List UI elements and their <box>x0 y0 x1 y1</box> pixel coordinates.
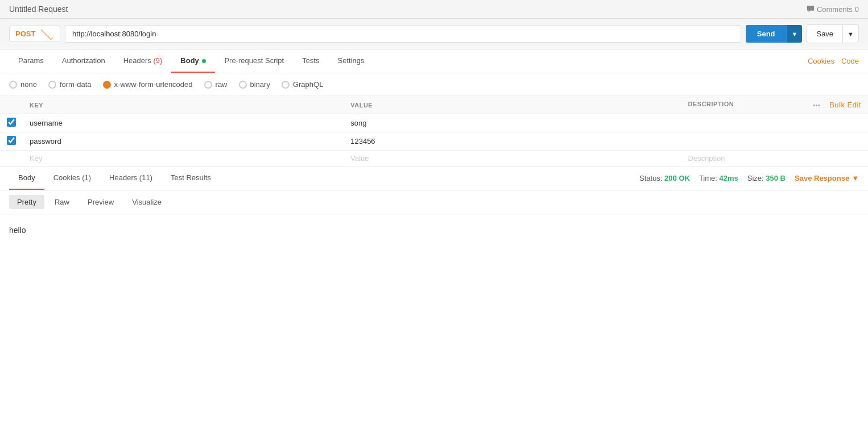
col-checkbox-header <box>0 96 23 114</box>
tab-right-actions: Cookies Code <box>808 57 859 65</box>
status-label: Status: 200 OK <box>639 174 690 182</box>
cookies-link[interactable]: Cookies <box>808 57 834 65</box>
save-response-label: Save Response <box>795 174 849 182</box>
table-row: password 123456 <box>0 132 868 151</box>
tab-authorization[interactable]: Authorization <box>53 49 114 73</box>
option-graphql-label: GraphQL <box>293 80 323 89</box>
comments-icon <box>807 5 815 13</box>
col-desc-header: DESCRIPTION ••• Bulk Edit <box>681 96 868 114</box>
option-binary[interactable]: binary <box>239 80 270 89</box>
radio-raw <box>204 81 212 89</box>
table-row-placeholder: Key Value Description <box>0 151 868 167</box>
option-form-data-label: form-data <box>60 80 92 89</box>
placeholder-description: Description <box>688 154 725 163</box>
save-response-chevron-icon: ▼ <box>852 174 859 182</box>
response-header: Body Cookies (1) Headers (11) Test Resul… <box>0 167 868 190</box>
resp-headers-count-badge: (11) <box>139 173 152 182</box>
view-tab-visualize[interactable]: Visualize <box>124 195 170 209</box>
body-options: none form-data x-www-form-urlencoded raw… <box>0 73 868 96</box>
bulk-edit-button[interactable]: Bulk Edit <box>829 101 861 109</box>
url-input[interactable] <box>65 25 741 43</box>
tab-tests[interactable]: Tests <box>293 49 328 73</box>
resp-tab-test-results[interactable]: Test Results <box>162 167 220 190</box>
save-dropdown-button[interactable]: ▼ <box>843 24 859 43</box>
resp-tab-body[interactable]: Body <box>9 167 44 190</box>
send-button-group: Send ▼ <box>746 25 803 43</box>
col-key-header: KEY <box>23 96 344 114</box>
option-none-label: none <box>20 80 37 89</box>
row1-value-cell[interactable]: song <box>344 114 681 132</box>
placeholder-value-cell[interactable]: Value <box>344 151 681 167</box>
radio-urlencoded <box>103 81 111 89</box>
radio-binary <box>239 81 247 89</box>
option-binary-label: binary <box>250 80 270 89</box>
comments-button[interactable]: Comments 0 <box>807 5 859 14</box>
placeholder-key-cell[interactable]: Key <box>23 151 344 167</box>
code-link[interactable]: Code <box>841 57 859 65</box>
comments-count: 0 <box>855 5 859 14</box>
method-label: POST <box>15 30 35 38</box>
placeholder-key: Key <box>30 154 42 163</box>
option-urlencoded[interactable]: x-www-form-urlencoded <box>103 80 193 89</box>
row2-checkbox[interactable] <box>7 136 16 145</box>
view-tab-preview[interactable]: Preview <box>80 195 122 209</box>
request-tabs: Params Authorization Headers (9) Body Pr… <box>0 49 868 73</box>
time-label: Time: 42ms <box>699 174 738 182</box>
more-options-icon[interactable]: ••• <box>813 102 820 109</box>
option-form-data[interactable]: form-data <box>48 80 92 89</box>
option-none[interactable]: none <box>9 80 37 89</box>
save-button[interactable]: Save <box>807 24 843 43</box>
resp-tab-headers[interactable]: Headers (11) <box>100 167 162 190</box>
option-raw[interactable]: raw <box>204 80 228 89</box>
row2-checkbox-cell <box>0 132 23 151</box>
response-body-content: hello <box>0 214 868 246</box>
send-dropdown-button[interactable]: ▼ <box>787 25 803 43</box>
table-row: username song <box>0 114 868 132</box>
tab-headers[interactable]: Headers (9) <box>114 49 172 73</box>
tab-settings[interactable]: Settings <box>329 49 374 73</box>
placeholder-checkbox-cell <box>0 151 23 167</box>
size-value: 350 B <box>766 174 786 182</box>
size-label: Size: 350 B <box>747 174 786 182</box>
row2-value-cell[interactable]: 123456 <box>344 132 681 151</box>
view-tab-pretty[interactable]: Pretty <box>9 195 44 209</box>
request-title: Untitled Request <box>9 5 68 14</box>
col-value-header: VALUE <box>344 96 681 114</box>
resp-tab-cookies[interactable]: Cookies (1) <box>44 167 100 190</box>
row2-desc-cell[interactable] <box>681 132 868 151</box>
request-bar: POST Send ▼ Save ▼ <box>0 19 868 49</box>
response-tabs: Body Cookies (1) Headers (11) Test Resul… <box>9 167 220 190</box>
cookies-count-badge: (1) <box>82 173 91 182</box>
save-button-group: Save ▼ <box>807 24 859 43</box>
save-response-button[interactable]: Save Response ▼ <box>795 174 859 182</box>
row1-checkbox[interactable] <box>7 118 16 127</box>
row1-checkbox-cell <box>0 114 23 132</box>
headers-badge: (9) <box>153 56 162 65</box>
description-header-label: DESCRIPTION <box>688 101 734 107</box>
radio-graphql <box>282 81 290 89</box>
option-urlencoded-label: x-www-form-urlencoded <box>114 80 193 89</box>
tab-params[interactable]: Params <box>9 49 53 73</box>
response-view-tabs: Pretty Raw Preview Visualize <box>0 190 868 214</box>
view-tab-raw[interactable]: Raw <box>47 195 77 209</box>
response-status-bar: Status: 200 OK Time: 42ms Size: 350 B Sa… <box>639 174 859 182</box>
row1-desc-cell[interactable] <box>681 114 868 132</box>
radio-form-data <box>48 81 56 89</box>
method-dropdown[interactable]: POST <box>9 26 60 42</box>
radio-none <box>9 81 17 89</box>
row1-key-cell[interactable]: username <box>23 114 344 132</box>
params-table: KEY VALUE DESCRIPTION ••• Bulk Edit user… <box>0 96 868 167</box>
row2-key-cell[interactable]: password <box>23 132 344 151</box>
method-chevron-icon <box>41 28 53 40</box>
body-dot <box>202 59 206 63</box>
response-text: hello <box>9 226 26 235</box>
tab-body[interactable]: Body <box>171 49 215 73</box>
send-button[interactable]: Send <box>746 25 787 43</box>
option-graphql[interactable]: GraphQL <box>282 80 323 89</box>
tab-prerequest[interactable]: Pre-request Script <box>215 49 293 73</box>
top-bar: Untitled Request Comments 0 <box>0 0 868 19</box>
placeholder-desc-cell[interactable]: Description <box>681 151 868 167</box>
option-raw-label: raw <box>216 80 228 89</box>
comments-label: Comments <box>817 5 853 14</box>
status-value: 200 OK <box>664 174 690 182</box>
